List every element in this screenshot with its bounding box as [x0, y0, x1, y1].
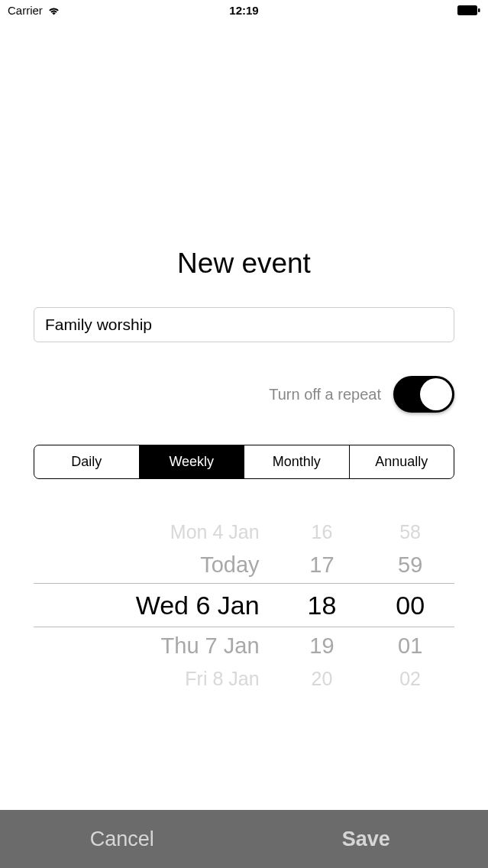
picker-hour: 19 [278, 633, 367, 659]
picker-row: Thu 7 Jan 19 01 [34, 627, 454, 664]
picker-min: 01 [366, 633, 454, 659]
status-bar: Carrier 12:19 [0, 0, 488, 18]
picker-min: 02 [366, 668, 454, 690]
picker-row: Mon 4 Jan 16 58 [34, 517, 454, 546]
repeat-label: Turn off a repeat [269, 386, 381, 403]
segment-annually[interactable]: Annually [350, 445, 454, 478]
picker-date: Mon 4 Jan [34, 521, 278, 543]
picker-date: Wed 6 Jan [34, 591, 278, 620]
bottom-toolbar: Cancel Save [0, 810, 488, 868]
segment-weekly[interactable]: Weekly [140, 445, 245, 478]
picker-min: 59 [366, 552, 454, 578]
picker-hour: 18 [278, 591, 367, 620]
picker-hour: 17 [278, 552, 367, 578]
picker-hour: 16 [278, 521, 367, 543]
repeat-frequency-segmented: Daily Weekly Monthly Annually [34, 445, 454, 479]
carrier-label: Carrier [8, 4, 43, 17]
status-left: Carrier [8, 4, 60, 17]
picker-date: Thu 7 Jan [34, 633, 278, 659]
datetime-picker[interactable]: Mon 4 Jan 16 58 Today 17 59 Wed 6 Jan 18… [34, 517, 454, 670]
picker-min: 58 [366, 521, 454, 543]
cancel-button[interactable]: Cancel [0, 810, 244, 868]
picker-row: Today 17 59 [34, 546, 454, 583]
svg-rect-0 [457, 5, 477, 15]
page-title: New event [34, 248, 454, 280]
svg-rect-1 [478, 8, 480, 12]
toggle-knob [420, 378, 452, 410]
picker-hour: 20 [278, 668, 367, 690]
battery-icon [457, 5, 480, 15]
picker-min: 00 [366, 591, 454, 620]
picker-date: Today [34, 552, 278, 578]
event-name-input[interactable] [34, 307, 454, 342]
repeat-toggle[interactable] [393, 376, 454, 413]
wifi-icon [47, 5, 60, 15]
segment-monthly[interactable]: Monthly [244, 445, 350, 478]
picker-row: Fri 8 Jan 20 02 [34, 664, 454, 693]
picker-row-selected: Wed 6 Jan 18 00 [34, 583, 454, 627]
segment-daily[interactable]: Daily [34, 445, 140, 478]
status-right [457, 5, 480, 15]
save-button[interactable]: Save [244, 810, 489, 868]
picker-date: Fri 8 Jan [34, 668, 278, 690]
clock: 12:19 [229, 4, 258, 17]
